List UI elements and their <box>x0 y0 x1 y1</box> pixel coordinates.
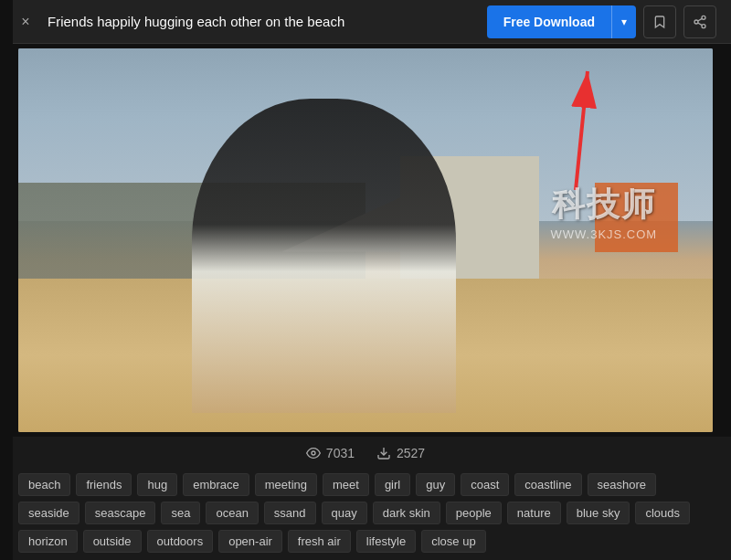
left-sidebar-bar <box>0 0 13 560</box>
svg-point-7 <box>312 451 315 455</box>
svg-point-1 <box>694 20 698 24</box>
download-dropdown-button[interactable]: ▾ <box>611 5 636 38</box>
stats-row: 7031 2527 <box>0 437 731 468</box>
tag-item[interactable]: beach <box>18 473 70 496</box>
tag-item[interactable]: people <box>446 502 502 524</box>
tag-item[interactable]: dark skin <box>373 502 440 524</box>
views-stat: 7031 <box>306 446 355 460</box>
downloads-count: 2527 <box>397 446 425 460</box>
tag-item[interactable]: coastline <box>514 473 581 496</box>
bookmark-button[interactable] <box>643 5 676 38</box>
tags-area: beachfriendshugembracemeetingmeetgirlguy… <box>0 468 731 560</box>
downloads-stat: 2527 <box>376 446 425 460</box>
free-download-button[interactable]: Free Download <box>487 5 611 38</box>
chevron-down-icon: ▾ <box>621 16 627 28</box>
svg-line-3 <box>698 23 703 26</box>
tag-item[interactable]: hug <box>137 473 177 496</box>
tag-item[interactable]: blue sky <box>567 502 630 524</box>
tag-item[interactable]: girl <box>375 473 410 496</box>
tag-item[interactable]: clouds <box>635 502 690 524</box>
tag-item[interactable]: friends <box>76 473 132 496</box>
svg-point-0 <box>702 16 705 19</box>
tag-item[interactable]: fresh air <box>288 530 351 553</box>
downloads-icon <box>376 446 391 460</box>
tag-item[interactable]: lifestyle <box>356 530 416 553</box>
views-count: 7031 <box>326 446 355 460</box>
watermark-url: WWW.3KJS.COM <box>550 227 657 241</box>
tag-item[interactable]: meet <box>323 473 369 496</box>
tag-item[interactable]: guy <box>416 473 455 496</box>
tag-item[interactable]: close up <box>421 530 485 553</box>
header-actions: Free Download ▾ <box>487 5 716 38</box>
tag-item[interactable]: outdoors <box>147 530 214 553</box>
share-button[interactable] <box>683 5 716 38</box>
header-left: × Friends happily hugging each other on … <box>15 11 344 33</box>
tag-item[interactable]: meeting <box>255 473 317 496</box>
tag-item[interactable]: nature <box>507 502 561 524</box>
header: × Friends happily hugging each other on … <box>0 0 731 44</box>
bookmark-icon <box>652 15 667 29</box>
tag-item[interactable]: embrace <box>183 473 249 496</box>
download-btn-group: Free Download ▾ <box>487 5 636 38</box>
tag-item[interactable]: sea <box>161 502 200 524</box>
tag-item[interactable]: coast <box>461 473 509 496</box>
tag-item[interactable]: open-air <box>218 530 282 553</box>
watermark-cn-text: 科技师 <box>550 183 657 227</box>
tag-item[interactable]: quay <box>322 502 367 524</box>
tag-item[interactable]: horizon <box>18 530 78 553</box>
watermark: 科技师 WWW.3KJS.COM <box>550 183 657 241</box>
image-title: Friends happily hugging each other on th… <box>48 14 344 29</box>
share-icon <box>693 15 707 29</box>
image-area: 科技师 WWW.3KJS.COM <box>0 44 731 437</box>
close-button[interactable]: × <box>15 11 37 33</box>
tag-item[interactable]: seashore <box>588 473 656 496</box>
tag-item[interactable]: ocean <box>206 502 258 524</box>
svg-point-2 <box>702 24 705 27</box>
views-icon <box>306 446 321 460</box>
tag-item[interactable]: ssand <box>264 502 316 524</box>
svg-line-4 <box>698 18 703 21</box>
tag-item[interactable]: seascape <box>85 502 156 524</box>
tag-item[interactable]: outside <box>83 530 142 553</box>
tag-item[interactable]: seaside <box>18 502 79 524</box>
svg-line-6 <box>576 71 588 190</box>
